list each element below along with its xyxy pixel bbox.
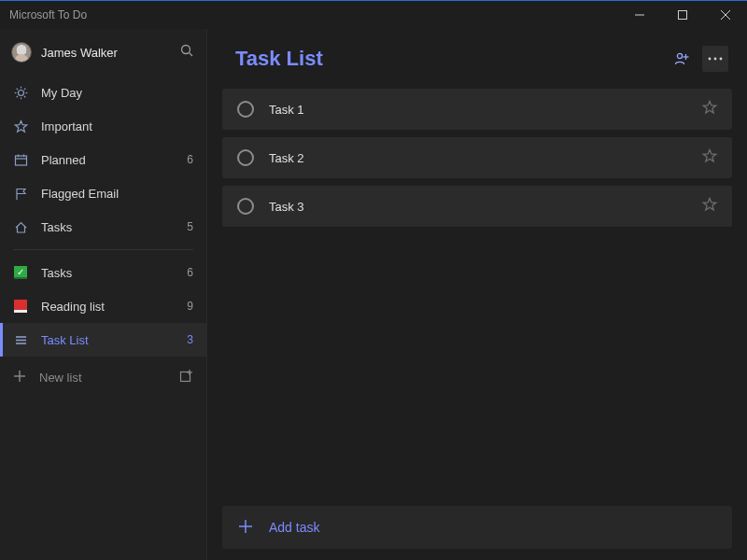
sidebar-item-important[interactable]: Important <box>0 109 206 143</box>
sidebar-list-tasks[interactable]: ✓Tasks6 <box>0 256 206 289</box>
svg-line-8 <box>24 96 25 97</box>
task-row[interactable]: Task 1 <box>222 89 732 130</box>
svg-line-14 <box>24 88 25 89</box>
svg-point-31 <box>709 58 712 61</box>
star-toggle[interactable] <box>702 197 717 216</box>
sun-icon <box>13 86 28 100</box>
task-label: Task 3 <box>269 200 687 214</box>
window-controls <box>618 1 747 29</box>
sidebar-item-tasks[interactable]: Tasks5 <box>0 210 206 244</box>
page-title: Task List <box>235 47 669 71</box>
window-close-button[interactable] <box>704 1 747 29</box>
new-list-row[interactable]: New list <box>0 358 206 396</box>
sidebar-item-count: 6 <box>187 266 193 279</box>
red-badge-icon <box>13 300 28 313</box>
sidebar-item-count: 6 <box>187 153 193 166</box>
task-row[interactable]: Task 3 <box>222 186 732 227</box>
sidebar-item-flagged-email[interactable]: Flagged Email <box>0 176 206 210</box>
svg-point-4 <box>182 46 190 54</box>
main-pane: Task List Task 1Task 2Task 3 <box>207 29 747 560</box>
flag-icon <box>13 187 28 201</box>
profile-row[interactable]: James Walker <box>0 29 206 76</box>
search-icon <box>180 44 193 57</box>
share-list-button[interactable] <box>669 46 695 72</box>
star-icon <box>702 197 717 212</box>
search-button[interactable] <box>180 44 193 61</box>
sidebar-item-label: Reading list <box>41 300 174 314</box>
task-row[interactable]: Task 2 <box>222 137 732 178</box>
ellipsis-icon <box>708 57 723 61</box>
svg-rect-1 <box>679 11 687 20</box>
more-options-button[interactable] <box>702 46 728 72</box>
sidebar-item-count: 3 <box>187 333 193 346</box>
window-maximize-button[interactable] <box>661 1 704 29</box>
home-icon <box>13 220 28 234</box>
add-task-row[interactable]: Add task <box>222 506 732 549</box>
divider <box>13 249 193 250</box>
svg-rect-25 <box>181 372 190 382</box>
sidebar-item-label: Planned <box>41 153 174 167</box>
add-task-label: Add task <box>269 520 319 535</box>
sidebar-item-label: Task List <box>41 333 174 347</box>
sidebar-list-task-list[interactable]: Task List3 <box>0 323 206 357</box>
avatar <box>11 42 32 63</box>
svg-rect-15 <box>15 156 26 165</box>
svg-line-12 <box>16 88 17 89</box>
complete-toggle[interactable] <box>237 198 254 215</box>
star-icon <box>13 119 28 133</box>
svg-line-10 <box>16 96 17 97</box>
svg-line-5 <box>190 53 193 57</box>
task-label: Task 2 <box>269 151 687 165</box>
star-icon <box>702 100 717 115</box>
sidebar: James Walker My DayImportantPlanned6Flag… <box>0 29 207 560</box>
profile-name: James Walker <box>41 46 118 60</box>
star-icon <box>702 148 717 163</box>
svg-point-32 <box>714 58 717 61</box>
sidebar-item-count: 5 <box>187 220 193 233</box>
sidebar-item-label: Tasks <box>41 220 174 234</box>
sidebar-item-my-day[interactable]: My Day <box>0 76 206 109</box>
window-titlebar: Microsoft To Do <box>0 1 747 29</box>
calendar-icon <box>13 153 28 167</box>
svg-point-6 <box>18 90 23 95</box>
new-list-label: New list <box>39 371 166 385</box>
star-toggle[interactable] <box>702 148 717 167</box>
share-person-icon <box>674 51 689 66</box>
sidebar-item-count: 9 <box>187 300 193 313</box>
checkbox-badge-icon: ✓ <box>13 266 28 279</box>
complete-toggle[interactable] <box>237 149 254 166</box>
window-minimize-button[interactable] <box>618 1 661 29</box>
sidebar-item-label: My Day <box>41 86 180 100</box>
sidebar-item-label: Tasks <box>41 266 174 280</box>
svg-point-33 <box>720 58 723 61</box>
plus-icon <box>13 370 26 385</box>
sidebar-item-planned[interactable]: Planned6 <box>0 143 206 176</box>
list-icon <box>13 333 28 347</box>
star-toggle[interactable] <box>702 100 717 119</box>
sidebar-item-label: Important <box>41 119 180 133</box>
complete-toggle[interactable] <box>237 101 254 118</box>
svg-point-28 <box>677 53 682 58</box>
task-label: Task 1 <box>269 103 687 117</box>
sidebar-item-label: Flagged Email <box>41 187 180 201</box>
sidebar-list-reading-list[interactable]: Reading list9 <box>0 289 206 323</box>
window-title: Microsoft To Do <box>9 8 87 21</box>
plus-icon <box>239 520 252 536</box>
new-group-icon[interactable] <box>179 369 193 385</box>
